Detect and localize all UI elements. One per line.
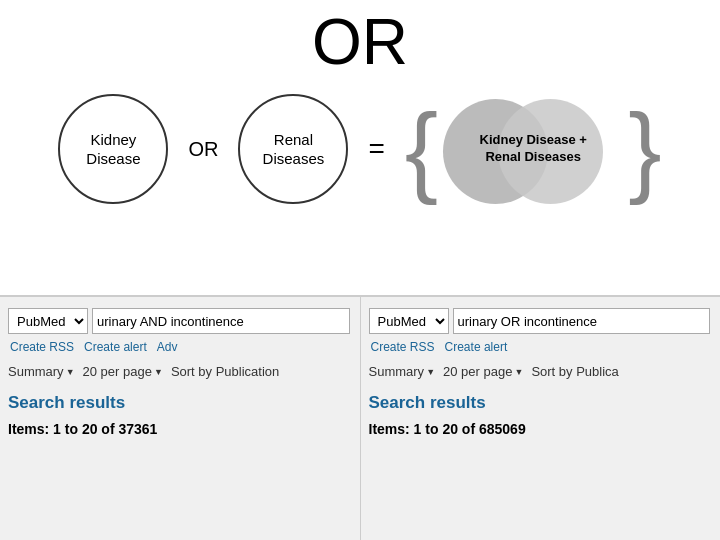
left-results-title: Search results xyxy=(8,393,350,413)
left-db-select[interactable]: PubMed xyxy=(8,308,88,334)
left-create-alert[interactable]: Create alert xyxy=(84,340,147,354)
right-summary-dropdown[interactable]: Summary xyxy=(369,364,436,379)
right-sort-label: Sort by Publica xyxy=(531,364,618,379)
venn-right-circle xyxy=(498,99,603,204)
right-search-bar: PubMed xyxy=(369,307,711,335)
right-create-rss[interactable]: Create RSS xyxy=(371,340,435,354)
left-search-bar: PubMed xyxy=(8,307,350,335)
diagram-row: Kidney Disease OR Renal Diseases = { Kid… xyxy=(58,94,661,204)
left-search-input[interactable] xyxy=(92,308,350,334)
right-results-count: Items: 1 to 20 of 685069 xyxy=(369,421,711,437)
bottom-section: PubMed Create RSS Create alert Adv Summa… xyxy=(0,295,720,540)
right-perpage-dropdown[interactable]: 20 per page xyxy=(443,364,523,379)
left-advanced-link[interactable]: Adv xyxy=(157,340,178,354)
right-db-select[interactable]: PubMed xyxy=(369,308,449,334)
left-summary-dropdown[interactable]: Summary xyxy=(8,364,75,379)
left-create-rss[interactable]: Create RSS xyxy=(10,340,74,354)
venn-result: { Kidney Disease + Renal Diseases } xyxy=(405,94,662,204)
left-sort-bar: Summary 20 per page Sort by Publication xyxy=(8,364,350,379)
left-brace: { xyxy=(405,99,438,199)
left-search-panel: PubMed Create RSS Create alert Adv Summa… xyxy=(0,297,361,540)
right-action-links: Create RSS Create alert xyxy=(371,340,711,354)
right-create-alert[interactable]: Create alert xyxy=(445,340,508,354)
left-action-links: Create RSS Create alert Adv xyxy=(10,340,350,354)
right-sort-bar: Summary 20 per page Sort by Publica xyxy=(369,364,711,379)
right-search-panel: PubMed Create RSS Create alert Summary 2… xyxy=(361,297,721,540)
kidney-disease-circle: Kidney Disease xyxy=(58,94,168,204)
right-search-input[interactable] xyxy=(453,308,711,334)
operator-or-label: OR xyxy=(188,138,218,161)
top-section: OR Kidney Disease OR Renal Diseases = { … xyxy=(0,0,720,295)
renal-diseases-circle: Renal Diseases xyxy=(238,94,348,204)
left-perpage-dropdown[interactable]: 20 per page xyxy=(83,364,163,379)
right-brace: } xyxy=(628,99,661,199)
left-sort-label: Sort by Publication xyxy=(171,364,279,379)
right-results-title: Search results xyxy=(369,393,711,413)
left-results-count: Items: 1 to 20 of 37361 xyxy=(8,421,350,437)
or-heading: OR xyxy=(312,10,408,74)
equals-label: = xyxy=(368,133,384,165)
venn-overlap: Kidney Disease + Renal Diseases xyxy=(443,94,623,204)
